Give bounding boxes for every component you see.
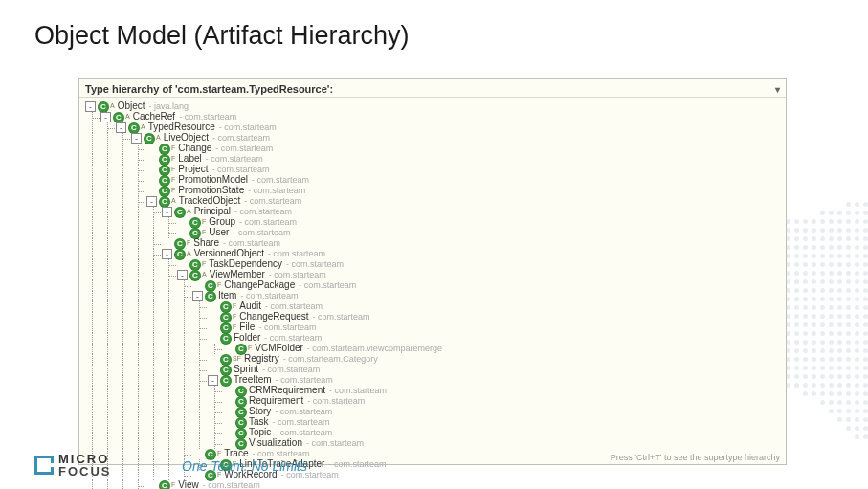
tree-node[interactable]: -CAVersionedObject - com.starteam: [85, 249, 780, 259]
modifier-badge: F: [171, 481, 175, 489]
tree-node[interactable]: CFUser - com.starteam: [85, 228, 780, 238]
class-icon: C: [220, 354, 232, 366]
class-icon: C: [159, 196, 170, 208]
tree-node[interactable]: CRequirement - com.starteam: [85, 396, 780, 407]
class-icon: C: [128, 122, 140, 134]
collapse-icon[interactable]: -: [177, 270, 188, 280]
class-icon: C: [189, 270, 201, 281]
class-icon: C: [159, 186, 170, 197]
package-name: - com.starteam: [203, 480, 260, 489]
package-name: - com.starteam: [306, 438, 364, 449]
package-name: - com.starteam: [313, 312, 370, 322]
collapse-icon[interactable]: -: [146, 196, 157, 207]
package-name: - com.starteam.Category: [283, 354, 378, 365]
package-name: - com.starteam: [233, 228, 290, 238]
tree-node[interactable]: CSFRegistry - com.starteam.Category: [85, 354, 780, 365]
tree-node[interactable]: CFChangeRequest - com.starteam: [85, 312, 780, 322]
class-icon: C: [159, 154, 170, 166]
modifier-badge: F: [233, 302, 236, 311]
tree-node[interactable]: CFView - com.starteam: [85, 480, 780, 489]
package-name: - com.starteam: [215, 144, 273, 154]
class-icon: C: [235, 396, 247, 408]
tree-node[interactable]: CVisualization - com.starteam: [85, 438, 780, 449]
class-icon: C: [220, 333, 232, 345]
collapse-icon[interactable]: -: [162, 207, 172, 217]
package-name: - com.starteam: [275, 407, 332, 417]
modifier-badge: A: [125, 113, 130, 122]
class-name: Visualization: [249, 437, 302, 450]
modifier-badge: F: [202, 260, 206, 269]
tree-node[interactable]: CFShare - com.starteam: [85, 238, 780, 249]
modifier-badge: A: [202, 271, 207, 279]
collapse-icon[interactable]: -: [85, 101, 96, 112]
modifier-badge: F: [248, 345, 252, 353]
class-icon: C: [220, 312, 232, 323]
tree-node[interactable]: CCRMRequirement - com.starteam: [85, 386, 780, 396]
tree-node[interactable]: -CAObject - java.lang: [85, 101, 780, 112]
view-menu-icon[interactable]: ▾: [775, 84, 780, 95]
package-name: - com.starteam: [239, 217, 297, 228]
collapse-icon[interactable]: -: [208, 375, 218, 386]
modifier-badge: F: [171, 166, 175, 174]
panel-header: Type hierarchy of 'com.starteam.TypedRes…: [79, 79, 786, 98]
class-icon: C: [220, 365, 232, 376]
tree-node[interactable]: -CAPrincipal - com.starteam: [85, 207, 780, 217]
class-icon: C: [235, 417, 247, 429]
logo-text-2: FOCUS: [58, 465, 112, 478]
tree-node[interactable]: -CATrackedObject - com.starteam: [85, 196, 780, 207]
class-icon: C: [144, 133, 155, 144]
tree-node[interactable]: CFTaskDependency - com.starteam: [85, 259, 780, 270]
modifier-badge: F: [233, 323, 236, 332]
tree-node[interactable]: CFVCMFolder - com.starteam.viewcompareme…: [85, 344, 780, 354]
tree-node[interactable]: CFFile - com.starteam: [85, 322, 780, 333]
tree-node[interactable]: CFAudit - com.starteam: [85, 301, 780, 312]
tree-node[interactable]: CSprint - com.starteam: [85, 365, 780, 375]
modifier-badge: F: [217, 450, 221, 458]
modifier-badge: F: [171, 155, 175, 164]
package-name: - com.starteam: [252, 175, 309, 186]
footer-hint: Press 'Ctrl+T' to see the supertype hier…: [611, 453, 780, 462]
collapse-icon[interactable]: -: [100, 112, 111, 122]
class-icon: C: [235, 428, 247, 439]
modifier-badge: SF: [233, 355, 241, 364]
slide-title: Object Model (Artifact Hierarchy): [34, 21, 410, 51]
tree-node[interactable]: CFolder - com.starteam: [85, 333, 780, 344]
collapse-icon[interactable]: -: [162, 249, 172, 259]
package-name: - com.starteam: [206, 154, 263, 165]
tree-node[interactable]: CStory - com.starteam: [85, 407, 780, 417]
class-icon: C: [174, 238, 186, 250]
collapse-icon[interactable]: -: [192, 291, 203, 301]
class-icon: C: [159, 165, 170, 176]
package-name: - com.starteam: [299, 280, 356, 291]
tree-node[interactable]: -CTreeItem - com.starteam: [85, 375, 780, 386]
modifier-badge: F: [171, 144, 175, 153]
class-tree: -CAObject - java.lang-CACacheRef - com.s…: [79, 98, 786, 489]
class-icon: C: [205, 280, 216, 292]
tree-node[interactable]: CTask - com.starteam: [85, 417, 780, 428]
class-icon: C: [174, 249, 186, 260]
modifier-badge: F: [171, 176, 175, 185]
package-name: - com.starteam: [286, 259, 344, 270]
tree-node[interactable]: -CAViewMember - com.starteam: [85, 270, 780, 280]
modifier-badge: F: [233, 313, 236, 322]
modifier-badge: F: [202, 229, 206, 237]
modifier-badge: A: [187, 208, 191, 216]
package-name: - com.starteam: [219, 122, 277, 133]
modifier-badge: A: [187, 250, 191, 258]
tree-node[interactable]: CFGroup - com.starteam: [85, 217, 780, 228]
tree-node[interactable]: CFChangePackage - com.starteam: [85, 280, 780, 291]
package-name: - com.starteam: [328, 459, 386, 470]
package-name: - com.starteam.viewcomparemerge: [307, 344, 442, 354]
collapse-icon[interactable]: -: [131, 133, 142, 144]
class-icon: C: [159, 175, 170, 187]
modifier-badge: F: [217, 281, 221, 290]
tree-node[interactable]: -CItem - com.starteam: [85, 291, 780, 301]
tagline: One Team. No Limits: [182, 458, 307, 474]
class-name: View: [178, 479, 199, 489]
tree-node[interactable]: CTopic - com.starteam: [85, 428, 780, 438]
package-name: - com.starteam: [244, 196, 301, 207]
modifier-badge: A: [171, 197, 176, 206]
package-name: - com.starteam: [273, 417, 330, 428]
collapse-icon[interactable]: -: [116, 122, 126, 133]
class-icon: C: [98, 101, 109, 113]
